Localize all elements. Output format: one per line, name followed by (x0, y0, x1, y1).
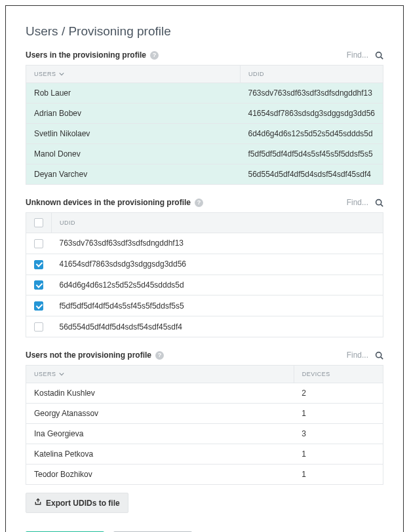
udid-cell: 6d4d6g4d6s12s5d52s5d45sddds5d (52, 275, 383, 295)
table-row[interactable]: f5df5df5df4df5d4s5sf45s5f5ddsf5s5 (26, 295, 383, 316)
chevron-down-icon (59, 371, 64, 377)
table-row[interactable]: 6d4d6g4d6s12s5d52s5d45sddds5d (26, 275, 383, 295)
row-checkbox[interactable] (34, 322, 43, 332)
section-users-not-in-profile: Users not the provisioning profile ? Fin… (26, 351, 383, 513)
search-icon[interactable] (375, 51, 383, 60)
device-count-cell: 3 (294, 424, 383, 444)
section-header: Users in the provisioning profile ? Find… (26, 50, 383, 60)
table-row[interactable]: Ina Georgieva 3 (26, 424, 383, 444)
udid-cell: f5df5df5df4df5d4s5sf45s5f5ddsf5s5 (240, 144, 383, 164)
user-name-cell: Adrian Bobev (26, 104, 241, 124)
table-row[interactable]: Deyan Varchev 56d554d5df4df5d4sdsf54sdf4… (26, 164, 383, 185)
svg-line-3 (381, 204, 383, 206)
search-icon[interactable] (375, 351, 383, 360)
column-header-udid[interactable]: UDID (240, 66, 383, 83)
udid-cell: 6d4d6g4d6s12s5d52s5d45sddds5d (240, 124, 383, 144)
help-icon[interactable]: ? (155, 351, 164, 360)
udid-cell: 56d554d5df4df5d4sdsf54sdf45sdf4 (52, 316, 383, 337)
table-row[interactable]: Kostadin Kushlev 2 (26, 383, 383, 404)
svg-point-4 (376, 352, 381, 357)
row-checkbox[interactable] (34, 260, 43, 269)
table-row[interactable]: 41654sdf7863sdsdg3sdggsdg3dd56 (26, 254, 383, 275)
row-checkbox[interactable] (34, 239, 43, 248)
svg-point-0 (376, 52, 381, 57)
user-name-cell: Manol Donev (26, 144, 241, 164)
udid-cell: 41654sdf7863sdsdg3sdggsdg3dd56 (52, 254, 383, 275)
unknown-devices-table: UDID 763sdv763sdf63sdf3sdfsdngddhf13 416… (26, 212, 383, 337)
column-header-users[interactable]: USERS (34, 71, 64, 77)
table-row[interactable]: Teodor Bozhikov 1 (26, 465, 383, 485)
find-input[interactable]: Find... (347, 50, 368, 60)
column-header-select-all[interactable] (26, 213, 52, 233)
section-header: Users not the provisioning profile ? Fin… (26, 351, 383, 360)
svg-line-1 (381, 56, 383, 58)
find-input[interactable]: Find... (347, 351, 368, 360)
user-name-cell: Teodor Bozhikov (26, 465, 294, 485)
table-row[interactable]: 763sdv763sdf63sdf3sdfsdngddhf13 (26, 233, 383, 254)
section-unknown-devices: Unknown devices in the provisioning prof… (26, 198, 383, 337)
help-icon[interactable]: ? (150, 51, 159, 60)
row-checkbox[interactable] (34, 301, 43, 311)
table-row[interactable]: 56d554d5df4df5d4sdsf54sdf45sdf4 (26, 316, 383, 337)
export-button-label: Export UDIDs to file (46, 499, 120, 508)
user-name-cell: Deyan Varchev (26, 164, 241, 185)
table-row[interactable]: Rob Lauer 763sdv763sdf63sdf3sdfsdngddhf1… (26, 83, 383, 104)
udid-cell: 763sdv763sdf63sdf3sdfsdngddhf13 (52, 233, 383, 254)
chevron-down-icon (59, 71, 64, 77)
column-header-users[interactable]: USERS (34, 371, 64, 377)
export-udids-button[interactable]: Export UDIDs to file (26, 493, 128, 513)
section-title: Unknown devices in the provisioning prof… (26, 198, 191, 207)
device-count-cell: 1 (294, 444, 383, 465)
help-icon[interactable]: ? (195, 199, 203, 207)
table-row[interactable]: Svetlin Nikolaev 6d4d6g4d6s12s5d52s5d45s… (26, 124, 383, 144)
column-header-udid[interactable]: UDID (52, 213, 383, 233)
export-icon (34, 498, 42, 508)
table-row[interactable]: Georgy Atanassov 1 (26, 404, 383, 424)
page-title: Users / Provisoning profile (26, 24, 383, 39)
section-users-in-profile: Users in the provisioning profile ? Find… (26, 50, 383, 185)
table-row[interactable]: Manol Donev f5df5df5df4df5d4s5sf45s5f5dd… (26, 144, 383, 164)
page-container: Users / Provisoning profile Users in the… (5, 5, 404, 532)
user-name-cell: Ina Georgieva (26, 424, 294, 444)
svg-line-5 (381, 357, 383, 359)
section-title: Users in the provisioning profile (26, 50, 146, 60)
user-name-cell: Georgy Atanassov (26, 404, 294, 424)
users-not-in-profile-table: USERS DEVICES Kostadin Kushlev 2 Georgy (26, 365, 383, 485)
search-icon[interactable] (375, 199, 383, 207)
user-name-cell: Svetlin Nikolaev (26, 124, 241, 144)
udid-cell: 56d554d5df4df5d4sdsf54sdf45sdf4 (240, 164, 383, 185)
user-name-cell: Katelina Petkova (26, 444, 294, 465)
svg-point-2 (376, 199, 381, 204)
section-title: Users not the provisioning profile (26, 351, 151, 360)
table-row[interactable]: Adrian Bobev 41654sdf7863sdsdg3sdggsdg3d… (26, 104, 383, 124)
device-count-cell: 2 (294, 383, 383, 404)
select-all-checkbox[interactable] (34, 218, 43, 227)
user-name-cell: Rob Lauer (26, 83, 241, 104)
device-count-cell: 1 (294, 404, 383, 424)
user-name-cell: Kostadin Kushlev (26, 383, 294, 404)
find-input[interactable]: Find... (347, 198, 368, 207)
column-header-devices[interactable]: DEVICES (294, 366, 383, 383)
users-in-profile-table: USERS UDID Rob Lauer 763sdv763sdf63sdf3s… (26, 65, 383, 185)
row-checkbox[interactable] (34, 280, 43, 290)
table-row[interactable]: Katelina Petkova 1 (26, 444, 383, 465)
device-count-cell: 1 (294, 465, 383, 485)
udid-cell: 763sdv763sdf63sdf3sdfsdngddhf13 (240, 83, 383, 104)
section-header: Unknown devices in the provisioning prof… (26, 198, 383, 207)
udid-cell: f5df5df5df4df5d4s5sf45s5f5ddsf5s5 (52, 295, 383, 316)
udid-cell: 41654sdf7863sdsdg3sdggsdg3dd56 (240, 104, 383, 124)
